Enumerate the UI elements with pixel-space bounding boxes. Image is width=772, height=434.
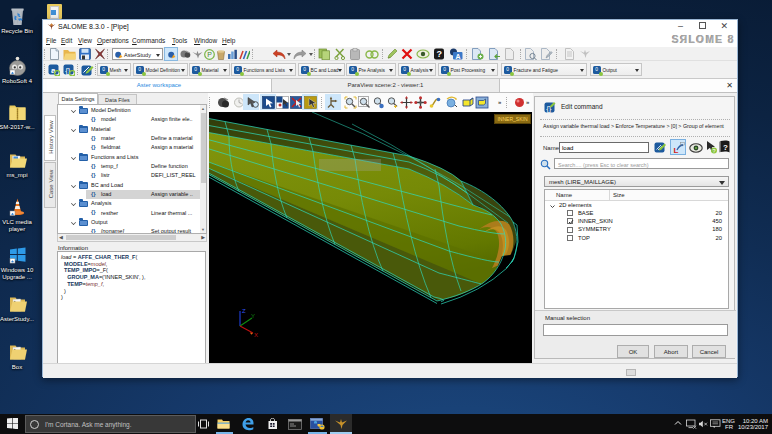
- svg-text:?: ?: [723, 143, 728, 152]
- svg-text:{}: {}: [546, 104, 552, 113]
- svg-text:A: A: [456, 53, 461, 60]
- svg-text:Z: Z: [242, 308, 246, 314]
- svg-text:?: ?: [713, 148, 716, 154]
- svg-text:Y: Y: [251, 313, 255, 319]
- svg-text:P: P: [207, 51, 212, 58]
- svg-text:?: ?: [437, 49, 443, 59]
- svg-text:X: X: [254, 332, 258, 338]
- svg-text:L: L: [673, 146, 678, 154]
